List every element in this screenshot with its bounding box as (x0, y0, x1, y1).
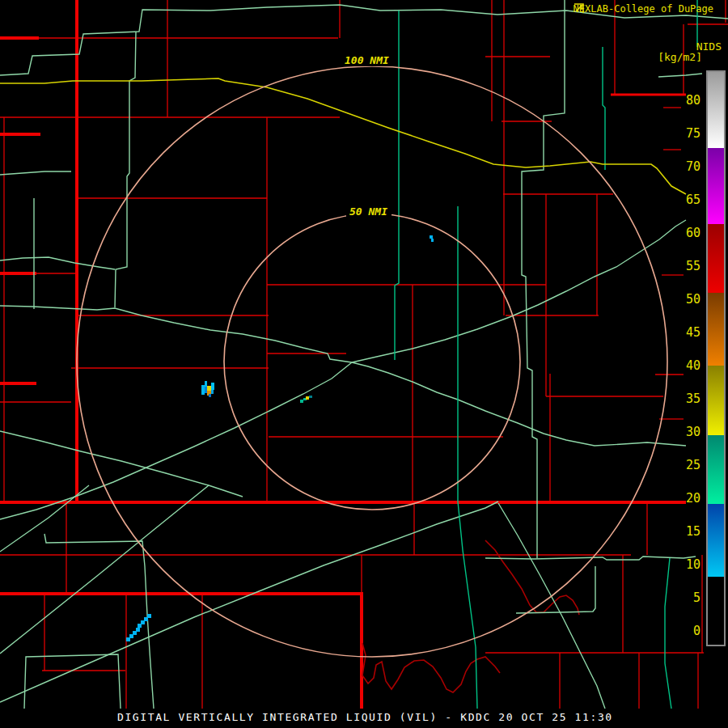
colorbar-tick-label: 15 (676, 524, 700, 539)
county-boundaries (0, 0, 728, 709)
river-lines (362, 540, 579, 692)
state-boundaries (0, 0, 686, 709)
colorbar-tick-label: 60 (676, 226, 700, 240)
colorbar-tick-label: 10 (676, 557, 700, 572)
radar-echo-cell (430, 235, 433, 239)
radar-echo-cell (306, 396, 309, 400)
range-rings (77, 66, 667, 657)
yellow-highway (0, 78, 686, 194)
inner-ring-label: 50 NMI (349, 205, 387, 218)
radar-echo-cell (205, 387, 207, 393)
radar-echo-cell (211, 383, 214, 390)
colorbar-tick-label: 50 (676, 292, 700, 307)
radar-echo-cell (209, 394, 211, 397)
colorbar-tick-label: 75 (676, 126, 700, 141)
colorbar-tick-label: 45 (676, 325, 700, 340)
radar-echo-cell (309, 396, 312, 398)
colorbar-units: [kg/m2] (658, 51, 702, 63)
colorbar-tick-label: 55 (676, 259, 700, 273)
radar-echo-cell (205, 381, 207, 387)
colorbar-tick-label: 35 (676, 392, 700, 406)
radar-echo-cell (300, 400, 303, 403)
radar-echo-cell (431, 239, 434, 242)
radar-echoes (126, 235, 434, 641)
radar-echo-cell (211, 390, 214, 394)
footer-bar: DIGITAL VERTICALLY INTEGRATED LIQUID (VI… (0, 709, 728, 728)
colorbar-tick-label: 20 (676, 491, 700, 506)
radar-echo-cell (201, 385, 205, 395)
colorbar-tick-label: 65 (676, 193, 700, 207)
product-title: DIGITAL VERTICALLY INTEGRATED LIQUID (VI… (117, 711, 613, 723)
map-canvas: 100 NMI 50 NMI (0, 0, 728, 728)
radar-echo-cell (207, 386, 211, 391)
colorbar-tick-label: 70 (676, 159, 700, 174)
watermark-logo-icon (574, 3, 584, 14)
outer-ring-label: 100 NMI (345, 54, 389, 66)
colorbar-gradient (708, 72, 724, 645)
colorbar-tick-label: 30 (676, 425, 700, 439)
colorbar-tick-label: 5 (676, 590, 700, 605)
colorbar (706, 70, 726, 646)
watermark-text: NEXLAB-College of DuPage (574, 3, 713, 15)
colorbar-tick-label: 80 (676, 93, 700, 108)
radar-echo-cell (138, 624, 142, 628)
radar-display: 100 NMI 50 NMI NEXLAB-College of DuPage … (0, 0, 728, 728)
radar-echo-cell (126, 637, 130, 641)
road-network (0, 0, 728, 709)
watermark: NEXLAB-College of DuPage (574, 3, 713, 15)
colorbar-tick-label: 25 (676, 458, 700, 472)
colorbar-tick-label: 0 (676, 624, 700, 638)
colorbar-tick-label: 40 (676, 358, 700, 373)
